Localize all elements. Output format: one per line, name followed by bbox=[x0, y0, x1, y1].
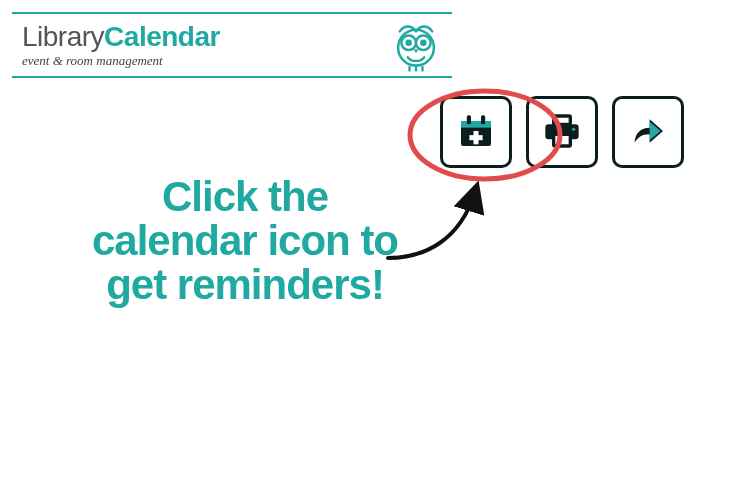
logo-text: LibraryCalendar event & room management bbox=[22, 23, 220, 69]
svg-rect-10 bbox=[469, 135, 482, 140]
logo-banner: LibraryCalendar event & room management bbox=[12, 12, 452, 78]
svg-point-12 bbox=[572, 127, 575, 130]
logo-tagline: event & room management bbox=[22, 53, 220, 69]
print-button[interactable] bbox=[526, 96, 598, 168]
logo-title: LibraryCalendar bbox=[22, 23, 220, 51]
svg-rect-13 bbox=[554, 134, 571, 146]
svg-rect-8 bbox=[481, 115, 485, 124]
svg-point-3 bbox=[405, 40, 412, 47]
print-icon bbox=[542, 111, 582, 154]
calendar-add-icon bbox=[456, 111, 496, 154]
svg-rect-6 bbox=[461, 121, 491, 128]
add-to-calendar-button[interactable] bbox=[440, 96, 512, 168]
svg-rect-11 bbox=[554, 116, 571, 124]
action-button-row bbox=[440, 96, 684, 168]
share-icon bbox=[628, 111, 668, 154]
logo-word-library: Library bbox=[22, 21, 104, 52]
logo-word-calendar: Calendar bbox=[104, 21, 220, 52]
share-button[interactable] bbox=[612, 96, 684, 168]
svg-rect-7 bbox=[467, 115, 471, 124]
svg-point-4 bbox=[420, 40, 427, 47]
owl-icon bbox=[390, 20, 442, 72]
instruction-callout: Click the calendar icon to get reminders… bbox=[85, 175, 405, 307]
